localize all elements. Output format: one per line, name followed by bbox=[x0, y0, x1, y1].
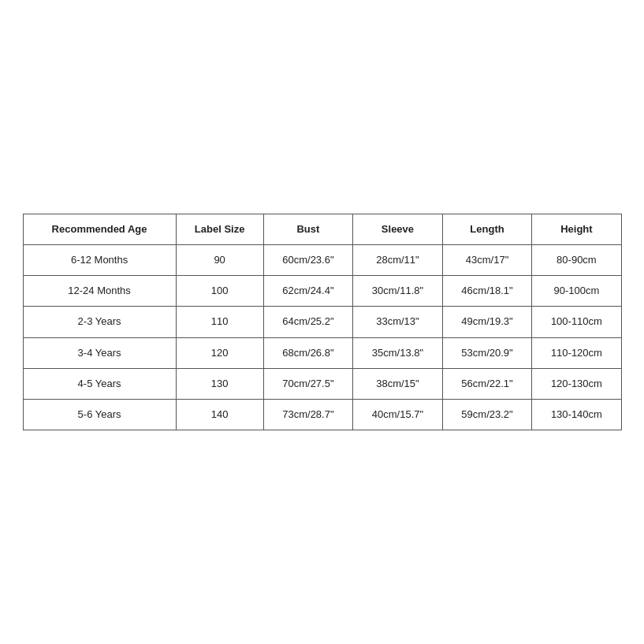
cell-height: 130-140cm bbox=[532, 399, 621, 430]
header-label-size: Label Size bbox=[176, 214, 263, 244]
cell-bust: 73cm/28.7" bbox=[263, 399, 353, 430]
cell-bust: 62cm/24.4" bbox=[263, 276, 353, 307]
cell-height: 90-100cm bbox=[532, 276, 621, 307]
cell-age: 4-5 Years bbox=[23, 368, 176, 399]
cell-label_size: 140 bbox=[176, 399, 263, 430]
cell-height: 100-110cm bbox=[532, 307, 621, 337]
size-chart-table: Recommended Age Label Size Bust Sleeve L… bbox=[23, 214, 622, 430]
cell-sleeve: 33cm/13" bbox=[353, 307, 443, 337]
cell-length: 46cm/18.1" bbox=[442, 276, 532, 307]
cell-height: 80-90cm bbox=[532, 245, 621, 276]
cell-length: 59cm/23.2" bbox=[442, 399, 532, 430]
cell-label_size: 90 bbox=[176, 245, 263, 276]
table-row: 3-4 Years12068cm/26.8"35cm/13.8"53cm/20.… bbox=[23, 337, 621, 368]
cell-length: 49cm/19.3" bbox=[442, 307, 532, 337]
header-recommended-age: Recommended Age bbox=[23, 214, 176, 244]
table-row: 2-3 Years11064cm/25.2"33cm/13"49cm/19.3"… bbox=[23, 307, 621, 337]
cell-bust: 68cm/26.8" bbox=[263, 337, 353, 368]
cell-sleeve: 30cm/11.8" bbox=[353, 276, 443, 307]
cell-age: 12-24 Months bbox=[23, 276, 176, 307]
cell-sleeve: 28cm/11" bbox=[353, 245, 443, 276]
cell-age: 6-12 Months bbox=[23, 245, 176, 276]
table-row: 6-12 Months9060cm/23.6"28cm/11"43cm/17"8… bbox=[23, 245, 621, 276]
cell-sleeve: 35cm/13.8" bbox=[353, 337, 443, 368]
cell-age: 3-4 Years bbox=[23, 337, 176, 368]
cell-height: 120-130cm bbox=[532, 368, 621, 399]
cell-bust: 70cm/27.5" bbox=[263, 368, 353, 399]
cell-age: 5-6 Years bbox=[23, 399, 176, 430]
cell-length: 56cm/22.1" bbox=[442, 368, 532, 399]
cell-label_size: 110 bbox=[176, 307, 263, 337]
cell-sleeve: 40cm/15.7" bbox=[353, 399, 443, 430]
table-row: 4-5 Years13070cm/27.5"38cm/15"56cm/22.1"… bbox=[23, 368, 621, 399]
cell-bust: 60cm/23.6" bbox=[263, 245, 353, 276]
cell-label_size: 100 bbox=[176, 276, 263, 307]
cell-bust: 64cm/25.2" bbox=[263, 307, 353, 337]
header-height: Height bbox=[532, 214, 621, 244]
cell-label_size: 130 bbox=[176, 368, 263, 399]
cell-height: 110-120cm bbox=[532, 337, 621, 368]
cell-age: 2-3 Years bbox=[23, 307, 176, 337]
cell-length: 53cm/20.9" bbox=[442, 337, 532, 368]
table-row: 5-6 Years14073cm/28.7"40cm/15.7"59cm/23.… bbox=[23, 399, 621, 430]
cell-length: 43cm/17" bbox=[442, 245, 532, 276]
table-header-row: Recommended Age Label Size Bust Sleeve L… bbox=[23, 214, 621, 244]
cell-sleeve: 38cm/15" bbox=[353, 368, 443, 399]
header-bust: Bust bbox=[263, 214, 353, 244]
header-length: Length bbox=[442, 214, 532, 244]
table-row: 12-24 Months10062cm/24.4"30cm/11.8"46cm/… bbox=[23, 276, 621, 307]
size-chart-container: Recommended Age Label Size Bust Sleeve L… bbox=[23, 214, 622, 430]
header-sleeve: Sleeve bbox=[353, 214, 443, 244]
cell-label_size: 120 bbox=[176, 337, 263, 368]
